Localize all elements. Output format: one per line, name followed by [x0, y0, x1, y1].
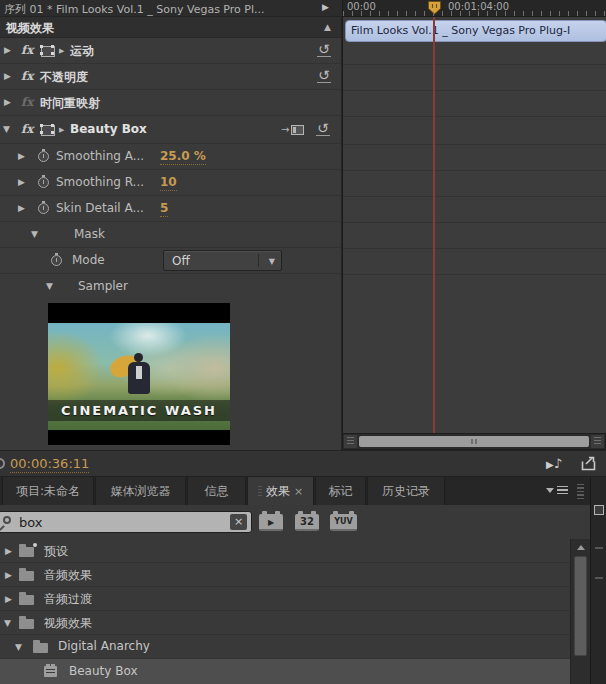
- playhead-line[interactable]: [433, 17, 435, 433]
- param-label: Mode: [72, 253, 105, 267]
- effect-row-beauty-box[interactable]: ▼ fx ▶ Beauty Box → ↺: [0, 116, 341, 144]
- group-row-mask[interactable]: ▼ Mask: [0, 222, 341, 248]
- play-audio-icon[interactable]: ▶♪: [546, 456, 562, 471]
- expand-icon[interactable]: ▶: [18, 204, 25, 213]
- mode-dropdown-value: Off: [172, 254, 190, 268]
- param-label: Smoothing A...: [56, 149, 144, 163]
- scroll-left-button[interactable]: [344, 435, 357, 448]
- group-row-sampler[interactable]: ▼ Sampler: [0, 274, 341, 300]
- tree-item-video-effects[interactable]: ▼ 视频效果: [0, 611, 570, 635]
- effect-row-motion[interactable]: ▶ fx ▶ 运动 ↺: [0, 38, 341, 64]
- expand-icon[interactable]: ▶: [4, 98, 11, 107]
- timeline-horizontal-scrollbar[interactable]: [342, 433, 606, 450]
- fx-badge-disabled-icon[interactable]: fx: [21, 95, 33, 109]
- scrollbar-thumb[interactable]: [574, 556, 587, 656]
- param-row-mode[interactable]: Mode Off ▼: [0, 248, 341, 274]
- edge-button-icon[interactable]: [594, 505, 604, 515]
- effect-row-time-remapping[interactable]: ▶ fx 时间重映射: [0, 90, 341, 116]
- collapse-icon[interactable]: ▼: [4, 619, 11, 628]
- group-label: Mask: [74, 227, 105, 241]
- tab-effects-active[interactable]: 效果×: [247, 477, 314, 505]
- tree-item-presets[interactable]: ▶ 预设: [0, 539, 570, 563]
- effect-name[interactable]: 时间重映射: [40, 95, 100, 112]
- chevron-down-icon: ▼: [269, 257, 275, 266]
- tree-vertical-scrollbar[interactable]: [570, 539, 590, 684]
- effect-controls-panel: 视频效果 ▲ ▶ fx ▶ 运动 ↺ ▶ fx 不透明度 ↺ ▶ fx 时间重映…: [0, 17, 342, 450]
- scroll-up-icon[interactable]: [577, 545, 585, 550]
- timeline-clip[interactable]: Film Looks Vol.1 _ Sony Vegas Pro Plug-I: [345, 20, 606, 42]
- panel-grip-icon[interactable]: [577, 484, 584, 499]
- param-row-smoothing-radius[interactable]: ▶ Smoothing R... 10: [0, 170, 341, 196]
- collapse-icon[interactable]: ▼: [46, 282, 53, 291]
- param-value[interactable]: 5: [160, 201, 168, 217]
- collapse-icon[interactable]: ▼: [3, 125, 10, 134]
- adjacent-panel-edge: [590, 477, 606, 684]
- param-label: Skin Detail A...: [56, 201, 144, 215]
- export-icon[interactable]: [580, 456, 598, 475]
- stopwatch-icon[interactable]: [38, 203, 49, 214]
- tab-media-browser[interactable]: 媒体浏览器: [95, 477, 186, 505]
- expand-icon[interactable]: ▶: [4, 46, 11, 55]
- reset-icon[interactable]: ↺: [316, 122, 330, 136]
- tab-markers[interactable]: 标记: [315, 477, 366, 505]
- tab-info[interactable]: 信息: [187, 477, 246, 505]
- preview-photo: CINEMATIC WASH: [48, 323, 230, 430]
- search-input[interactable]: [19, 513, 209, 531]
- yuv-filter-icon[interactable]: YUV: [330, 514, 357, 531]
- tree-item-digital-anarchy[interactable]: ▼ Digital Anarchy: [0, 635, 570, 659]
- current-timecode[interactable]: 00:00:36:11: [10, 456, 89, 473]
- mode-dropdown[interactable]: Off ▼: [163, 250, 282, 271]
- fx-badge-icon[interactable]: fx: [21, 122, 33, 136]
- setup-dialog-icon[interactable]: →: [281, 125, 304, 135]
- scrollbar-thumb[interactable]: [359, 436, 589, 447]
- search-field[interactable]: ×: [0, 511, 252, 533]
- expand-icon[interactable]: ▶: [5, 595, 12, 604]
- tab-grip-icon[interactable]: [258, 486, 262, 498]
- 32bit-color-filter-icon[interactable]: 32: [295, 514, 319, 531]
- param-row-smoothing-amount[interactable]: ▶ Smoothing A... 25.0 %: [0, 144, 341, 170]
- param-value[interactable]: 25.0 %: [160, 149, 206, 165]
- transform-play-icon: ▶: [59, 47, 64, 55]
- tab-close-icon[interactable]: ×: [294, 485, 303, 498]
- param-row-skin-detail[interactable]: ▶ Skin Detail A... 5: [0, 196, 341, 222]
- fx-badge-icon[interactable]: fx: [21, 69, 33, 83]
- clear-search-icon[interactable]: ×: [230, 514, 247, 530]
- stopwatch-icon[interactable]: [38, 177, 49, 188]
- expand-icon[interactable]: ▶: [18, 178, 25, 187]
- collapse-icon[interactable]: ▼: [31, 230, 38, 239]
- playhead-marker[interactable]: [428, 1, 441, 18]
- effect-controls-title-bar: 序列 01 * Film Looks Vol.1 _ Sony Vegas Pr…: [0, 0, 342, 17]
- flyout-arrow-icon[interactable]: ▶: [322, 2, 329, 12]
- tree-item-audio-effects[interactable]: ▶ 音频效果: [0, 563, 570, 587]
- panel-menu-icon[interactable]: [546, 486, 568, 495]
- effect-name[interactable]: 运动: [70, 43, 94, 60]
- expand-icon[interactable]: ▶: [4, 72, 11, 81]
- transform-play-icon: ▶: [59, 126, 64, 134]
- stopwatch-icon[interactable]: [38, 151, 49, 162]
- timeline-ruler[interactable]: 00:00 00:01:04:00: [342, 0, 606, 17]
- param-value[interactable]: 10: [160, 175, 177, 191]
- stopwatch-icon[interactable]: [51, 255, 62, 266]
- tab-history[interactable]: 历史记录: [367, 477, 445, 505]
- effect-row-opacity[interactable]: ▶ fx 不透明度 ↺: [0, 64, 341, 90]
- tree-item-beauty-box-selected[interactable]: Beauty Box: [0, 659, 570, 684]
- tab-project[interactable]: 项目:未命名: [2, 477, 94, 505]
- expand-icon[interactable]: ▶: [18, 152, 25, 161]
- fx-badge-icon[interactable]: fx: [21, 43, 33, 57]
- sampler-preview-image[interactable]: CINEMATIC WASH: [48, 303, 230, 445]
- collapse-icon[interactable]: ▼: [15, 643, 22, 652]
- reset-icon[interactable]: ↺: [317, 43, 331, 57]
- video-effects-header-label: 视频效果: [6, 20, 54, 37]
- transform-icon: [41, 125, 55, 136]
- tree-item-audio-transitions[interactable]: ▶ 音频过渡: [0, 587, 570, 611]
- transform-icon: [41, 46, 55, 57]
- accelerated-effects-filter-icon[interactable]: ▶: [259, 514, 283, 531]
- collapse-section-icon[interactable]: ▲: [324, 22, 331, 32]
- effect-name[interactable]: Beauty Box: [70, 122, 147, 136]
- expand-icon[interactable]: ▶: [5, 571, 12, 580]
- expand-icon[interactable]: ▶: [5, 547, 12, 556]
- scroll-right-button[interactable]: [591, 435, 604, 448]
- effect-controls-timeline[interactable]: Film Looks Vol.1 _ Sony Vegas Pro Plug-I: [342, 17, 606, 433]
- reset-icon[interactable]: ↺: [317, 69, 331, 83]
- effect-name[interactable]: 不透明度: [40, 69, 88, 86]
